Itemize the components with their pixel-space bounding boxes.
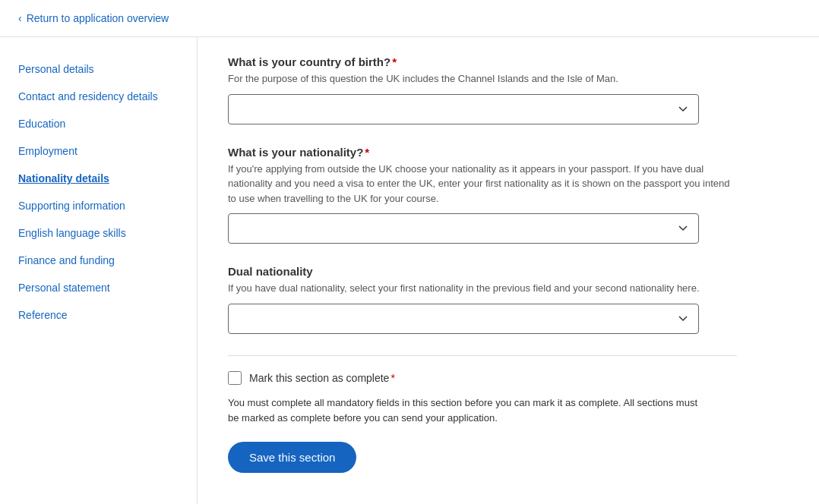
nationality-label: What is your nationality?* xyxy=(228,146,737,159)
sidebar-item-contact-residency[interactable]: Contact and residency details xyxy=(12,83,185,110)
sidebar-item-personal-statement[interactable]: Personal statement xyxy=(12,274,185,301)
back-link[interactable]: ‹ Return to application overview xyxy=(18,12,169,24)
top-nav: ‹ Return to application overview xyxy=(0,0,819,37)
dual-nationality-select[interactable] xyxy=(228,304,699,334)
back-arrow-icon: ‹ xyxy=(18,12,22,24)
page-layout: Personal details Contact and residency d… xyxy=(0,37,819,504)
dual-nationality-hint: If you have dual nationality, select you… xyxy=(228,281,737,296)
nationality-required-star: * xyxy=(365,146,369,159)
sidebar-item-finance-funding[interactable]: Finance and funding xyxy=(12,247,185,274)
dual-nationality-section: Dual nationality If you have dual nation… xyxy=(228,265,737,334)
nationality-section: What is your nationality?* If you're app… xyxy=(228,146,737,244)
country-of-birth-label-text: What is your country of birth? xyxy=(228,55,391,68)
country-of-birth-select[interactable] xyxy=(228,94,699,124)
sidebar-item-reference[interactable]: Reference xyxy=(12,301,185,329)
mark-complete-row: Mark this section as complete* xyxy=(228,371,737,385)
completion-note: You must complete all mandatory fields i… xyxy=(228,395,707,427)
sidebar-item-employment[interactable]: Employment xyxy=(12,137,185,165)
nationality-hint: If you're applying from outside the UK c… xyxy=(228,162,737,206)
dual-nationality-label: Dual nationality xyxy=(228,265,737,278)
save-section-button[interactable]: Save this section xyxy=(228,442,356,473)
mark-complete-required-star: * xyxy=(391,372,394,384)
sidebar: Personal details Contact and residency d… xyxy=(0,37,198,504)
back-link-label: Return to application overview xyxy=(27,12,169,24)
mark-complete-label-text: Mark this section as complete xyxy=(249,372,389,384)
mark-complete-checkbox[interactable] xyxy=(228,371,242,385)
nationality-select[interactable] xyxy=(228,213,699,244)
country-of-birth-required-star: * xyxy=(392,55,397,68)
sidebar-item-personal-details[interactable]: Personal details xyxy=(12,55,185,83)
country-of-birth-label: What is your country of birth?* xyxy=(228,55,737,68)
sidebar-item-supporting-information[interactable]: Supporting information xyxy=(12,192,185,219)
section-divider xyxy=(228,355,737,356)
sidebar-item-english-language[interactable]: English language skills xyxy=(12,219,185,247)
main-content: What is your country of birth?* For the … xyxy=(198,37,767,504)
country-of-birth-hint: For the purpose of this question the UK … xyxy=(228,71,737,87)
nationality-label-text: What is your nationality? xyxy=(228,146,363,159)
sidebar-item-education[interactable]: Education xyxy=(12,110,185,137)
sidebar-item-nationality-details[interactable]: Nationality details xyxy=(12,165,185,192)
country-of-birth-section: What is your country of birth?* For the … xyxy=(228,55,737,124)
mark-complete-label[interactable]: Mark this section as complete* xyxy=(249,372,395,384)
